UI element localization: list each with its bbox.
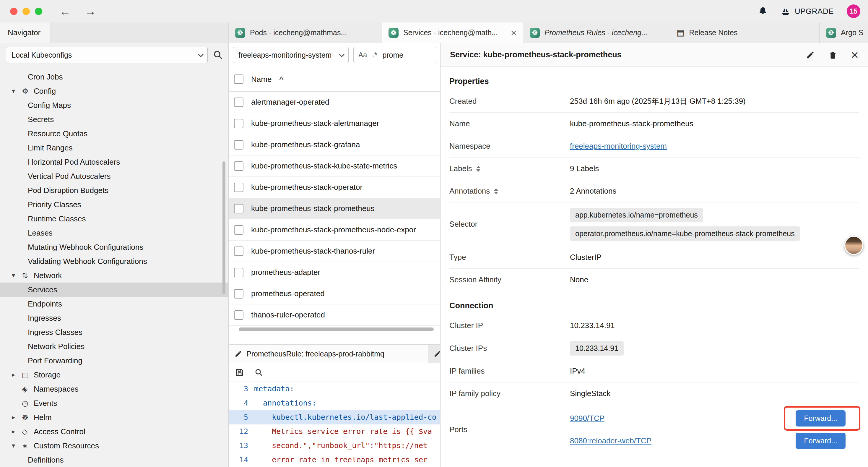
sidebar-search-icon[interactable]	[213, 50, 223, 60]
table-row[interactable]: kube-prometheus-stack-prometheus	[229, 198, 440, 219]
editor-search-icon[interactable]	[255, 368, 263, 377]
dock-tab-prometheusrule[interactable]: PrometheusRule: freeleaps-prod-rabbitmq	[229, 345, 428, 363]
yaml-editor[interactable]: 3 metadata: 4 annotations: 5 kubectl.kub…	[229, 382, 440, 467]
row-checkbox[interactable]	[234, 268, 243, 277]
sidebar-item-ingress-classes[interactable]: Ingress Classes	[0, 325, 228, 339]
table-row[interactable]: kube-prometheus-stack-kube-state-metrics	[229, 155, 440, 177]
navigator-panel-tab[interactable]: Navigator	[0, 23, 50, 43]
row-checkbox[interactable]	[234, 246, 243, 256]
notification-count-badge[interactable]: 15	[847, 4, 860, 18]
sidebar-item-config[interactable]: ▾ ⚙ Config	[0, 84, 228, 98]
row-checkbox[interactable]	[234, 204, 243, 213]
sidebar-item-events[interactable]: ◷ Events	[0, 396, 228, 410]
table-row[interactable]: prometheus-adapter	[229, 262, 440, 283]
user-avatar[interactable]	[844, 236, 863, 255]
row-checkbox[interactable]	[234, 289, 243, 298]
app-tab[interactable]: ☸ Prometheus Rules - icecheng...	[523, 23, 670, 43]
list-search-box[interactable]: Aa .* prome	[353, 47, 436, 63]
sidebar-item-cron-jobs[interactable]: Cron Jobs	[0, 70, 228, 84]
sidebar-item-network-policies[interactable]: Network Policies	[0, 339, 228, 353]
app-tab[interactable]: ☸ Pods - icecheng@mathmas...	[229, 23, 382, 43]
sidebar-item-resource-quotas[interactable]: Resource Quotas	[0, 126, 228, 141]
row-checkbox[interactable]	[234, 310, 243, 320]
chevron-icon[interactable]: ▾	[12, 87, 22, 95]
sidebar-item-horizontal-pod-autoscalers[interactable]: Horizontal Pod Autoscalers	[0, 155, 228, 169]
table-row[interactable]: prometheus-operated	[229, 283, 440, 304]
sidebar-item-access-control[interactable]: ▸ ◇ Access Control	[0, 425, 228, 439]
chevron-icon[interactable]: ▾	[12, 442, 22, 449]
maximize-window-button[interactable]	[35, 8, 42, 15]
sidebar-scrollbar[interactable]	[222, 162, 225, 294]
sidebar-item-network[interactable]: ▾ ⇅ Network	[0, 268, 228, 283]
name-column-header[interactable]: Name	[251, 75, 272, 84]
namespace-link[interactable]: freeleaps-monitoring-system	[570, 142, 667, 151]
row-checkbox[interactable]	[234, 119, 243, 128]
sidebar-item-services[interactable]: Services	[0, 283, 228, 297]
chevron-icon[interactable]: ▸	[12, 428, 22, 435]
back-arrow-icon[interactable]: ←	[59, 5, 71, 18]
sidebar-item-limit-ranges[interactable]: Limit Ranges	[0, 141, 228, 155]
upgrade-button[interactable]: UPGRADE	[780, 7, 834, 16]
kubeconfig-select[interactable]: Local Kubeconfigs	[6, 47, 208, 63]
forward-arrow-icon[interactable]: →	[85, 5, 96, 18]
edit-icon[interactable]	[806, 51, 815, 59]
table-row[interactable]: alertmanager-operated	[229, 92, 440, 113]
sidebar-item-runtime-classes[interactable]: Runtime Classes	[0, 212, 228, 226]
chevron-icon[interactable]: ▾	[12, 272, 22, 279]
chevron-icon[interactable]: ▸	[12, 413, 22, 421]
row-checkbox[interactable]	[234, 140, 243, 150]
close-window-button[interactable]	[10, 8, 18, 15]
sidebar-item-leases[interactable]: Leases	[0, 226, 228, 240]
sidebar-item-label: Custom Resources	[34, 441, 99, 450]
sidebar-item-pod-disruption-budgets[interactable]: Pod Disruption Budgets	[0, 183, 228, 198]
app-tab[interactable]: ▤ Release Notes	[670, 23, 819, 43]
sidebar-item-storage[interactable]: ▸ ▤ Storage	[0, 368, 228, 382]
sidebar-item-vertical-pod-autoscalers[interactable]: Vertical Pod Autoscalers	[0, 169, 228, 183]
notifications-bell-icon[interactable]	[758, 6, 768, 16]
sidebar-item-mutating-webhook-configurations[interactable]: Mutating Webhook Configurations	[0, 240, 228, 254]
table-row[interactable]: kube-prometheus-stack-alertmanager	[229, 113, 440, 134]
sort-toggle-icon[interactable]	[476, 166, 480, 172]
match-case-toggle[interactable]: Aa	[359, 51, 367, 59]
row-checkbox[interactable]	[234, 183, 243, 192]
sidebar-item-ingresses[interactable]: Ingresses	[0, 311, 228, 325]
app-tab[interactable]: ☸ Services - icecheng@math... ×	[382, 23, 523, 43]
forward-button[interactable]: Forward...	[796, 410, 845, 427]
table-row[interactable]: kube-prometheus-stack-prometheus-node-ex…	[229, 219, 440, 241]
sidebar-item-definitions[interactable]: Definitions	[0, 453, 228, 467]
close-tab-icon[interactable]: ×	[511, 28, 517, 37]
forward-button[interactable]: Forward...	[796, 433, 845, 449]
sidebar-item-endpoints[interactable]: Endpoints	[0, 297, 228, 311]
sort-ascending-icon[interactable]: ^	[279, 75, 283, 83]
table-row[interactable]: kube-prometheus-stack-thanos-ruler	[229, 241, 440, 262]
port-link[interactable]: 8080:reloader-web/TCP	[570, 436, 651, 445]
sidebar-item-validating-webhook-configurations[interactable]: Validating Webhook Configurations	[0, 254, 228, 268]
horizontal-scrollbar[interactable]	[239, 327, 434, 331]
row-checkbox[interactable]	[234, 162, 243, 171]
select-all-checkbox[interactable]	[234, 75, 243, 84]
app-tab[interactable]: ☸ Argo S	[819, 23, 868, 43]
sidebar-item-port-forwarding[interactable]: Port Forwarding	[0, 353, 228, 368]
sidebar-item-helm[interactable]: ▸ ☸ Helm	[0, 410, 228, 425]
search-input[interactable]: prome	[382, 51, 403, 59]
dock-tab-partial[interactable]	[428, 345, 440, 363]
save-icon[interactable]	[235, 368, 244, 377]
table-row[interactable]: kube-prometheus-stack-operator	[229, 177, 440, 198]
row-checkbox[interactable]	[234, 97, 243, 107]
close-icon[interactable]: ×	[851, 49, 859, 61]
namespace-select[interactable]: freeleaps-monitoring-system	[233, 47, 349, 63]
sidebar-item-priority-classes[interactable]: Priority Classes	[0, 198, 228, 212]
trash-icon[interactable]	[829, 51, 837, 59]
table-row[interactable]: kube-prometheus-stack-grafana	[229, 134, 440, 155]
sidebar-item-secrets[interactable]: Secrets	[0, 112, 228, 126]
regex-toggle[interactable]: .*	[372, 51, 377, 59]
row-checkbox[interactable]	[234, 225, 243, 235]
minimize-window-button[interactable]	[23, 8, 30, 15]
sidebar-item-namespaces[interactable]: ◈ Namespaces	[0, 382, 228, 396]
sort-toggle-icon[interactable]	[494, 188, 498, 194]
chevron-icon[interactable]: ▸	[12, 371, 22, 379]
port-link[interactable]: 9090/TCP	[570, 414, 604, 423]
sidebar-item-config-maps[interactable]: Config Maps	[0, 98, 228, 112]
table-row[interactable]: thanos-ruler-operated	[229, 304, 440, 326]
sidebar-item-custom-resources[interactable]: ▾ ∗ Custom Resources	[0, 439, 228, 453]
